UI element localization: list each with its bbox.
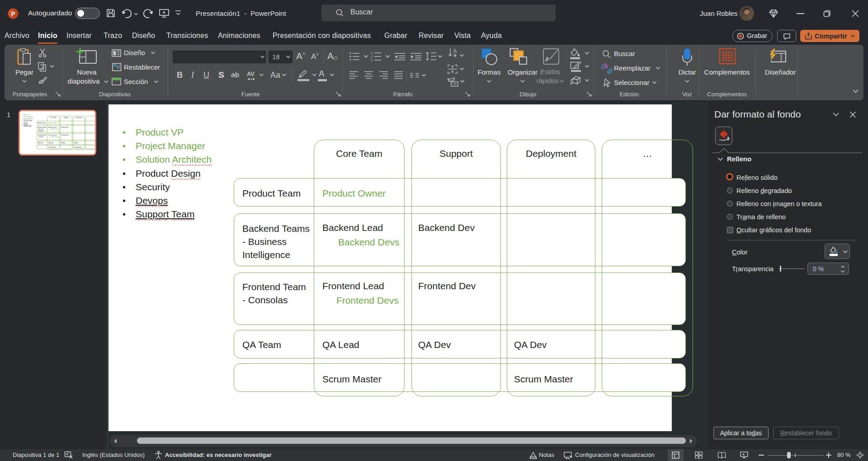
svg-text:P: P: [11, 10, 15, 17]
svg-text:3: 3: [371, 59, 373, 61]
svg-text:1: 1: [371, 52, 373, 55]
svg-text:2: 2: [371, 55, 373, 58]
svg-text:AV: AV: [247, 71, 255, 77]
